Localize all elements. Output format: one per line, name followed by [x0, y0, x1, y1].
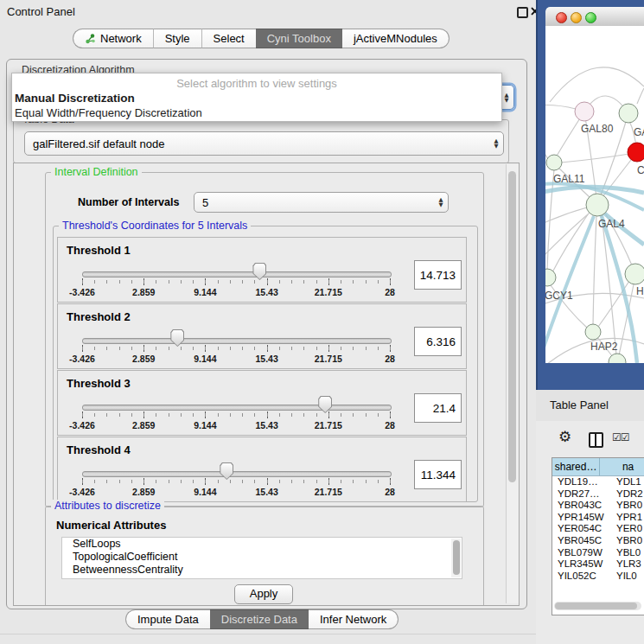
checkboxes-icon[interactable]: ☑☑	[612, 431, 629, 443]
threshold-value-field[interactable]: 11.344	[414, 460, 462, 489]
tab-impute-data[interactable]: Impute Data	[125, 609, 210, 629]
table-data-group: Table Data galFiltered.sif default node …	[13, 119, 509, 163]
cell-shared-name[interactable]: YBR043C	[552, 500, 611, 512]
network-edge	[550, 67, 644, 102]
cell-name[interactable]: YER0	[611, 523, 642, 535]
algorithm-dropdown-popup: Select algorithm to view settings Manual…	[11, 73, 502, 122]
tab-select[interactable]: Select	[201, 29, 256, 48]
column-header-shared[interactable]: shared…	[552, 458, 600, 475]
dropdown-option-manual[interactable]: Manual Discretization	[12, 91, 501, 105]
cell-shared-name[interactable]: YLR345W	[552, 558, 611, 571]
attributes-listbox[interactable]: SelfLoopsTopologicalCoefficientBetweenne…	[61, 537, 462, 579]
slider-thumb[interactable]	[170, 329, 184, 347]
slider-thumb[interactable]	[252, 263, 266, 280]
minimize-traffic-light-icon[interactable]	[571, 12, 582, 23]
cell-name[interactable]: YDL1	[611, 476, 641, 488]
slider-thumb[interactable]	[220, 462, 233, 480]
dropdown-placeholder-item[interactable]: Select algorithm to view settings	[12, 73, 501, 91]
network-node[interactable]	[619, 104, 638, 123]
tick-label: 2.859	[132, 487, 155, 497]
table-row[interactable]: YBR045CYBR0	[552, 535, 644, 547]
cell-shared-name[interactable]: YDL19…	[552, 476, 611, 488]
network-node[interactable]	[546, 155, 562, 170]
threshold-panel: Threshold 1-3.4262.8599.14415.4321.71528…	[57, 237, 467, 303]
table-panel-header: Table Panel	[536, 390, 644, 422]
slider-track[interactable]	[82, 338, 392, 344]
threshold-value-field[interactable]: 21.4	[414, 393, 462, 423]
cell-shared-name[interactable]: YER054C	[552, 523, 611, 535]
gear-icon[interactable]: ⚙	[558, 428, 571, 445]
tab-jactivemnodules[interactable]: jActiveMNodules	[342, 29, 450, 48]
tab-infer-network[interactable]: Infer Network	[309, 609, 399, 629]
cell-shared-name[interactable]: YBR045C	[552, 535, 611, 547]
tab-discretize-data[interactable]: Discretize Data	[210, 609, 309, 629]
attributes-scrollbar[interactable]	[451, 539, 461, 577]
zoom-traffic-light-icon[interactable]	[585, 12, 596, 23]
table-row[interactable]: YDR27…YDR2	[552, 488, 644, 501]
apply-button[interactable]: Apply	[234, 584, 293, 604]
threshold-value-field[interactable]: 6.316	[414, 327, 462, 356]
column-header-name[interactable]: na	[600, 458, 644, 475]
scrollbar-thumb[interactable]	[508, 171, 516, 482]
table-row[interactable]: YBL079WYBL0	[552, 547, 644, 559]
number-of-intervals-spinner[interactable]: 5 ▲▼	[194, 192, 449, 213]
float-window-icon[interactable]	[517, 7, 528, 18]
settings-scrollbar[interactable]	[506, 164, 519, 603]
cell-shared-name[interactable]: YDR27…	[552, 488, 611, 501]
table-row[interactable]: YDL19…YDL1	[552, 476, 644, 488]
network-node[interactable]	[585, 324, 601, 340]
table-row[interactable]: YER054CYER0	[552, 523, 644, 535]
threshold-panel: Threshold 4-3.4262.8599.14415.4321.71528…	[57, 437, 467, 502]
slider-track[interactable]	[82, 271, 392, 277]
network-node[interactable]	[625, 264, 644, 284]
top-tabbar: Network Style Select Cyni Toolbox jActiv…	[73, 29, 450, 48]
slider-minor-ticks	[82, 413, 391, 417]
tick-label: 21.715	[315, 287, 342, 297]
network-node[interactable]	[628, 143, 644, 162]
slider-track[interactable]	[82, 471, 392, 477]
table-row[interactable]: YIL052CYIL0	[552, 571, 644, 579]
tab-network[interactable]: Network	[73, 29, 153, 48]
cell-shared-name[interactable]: YBL079W	[552, 547, 611, 559]
cell-name[interactable]: YDR2	[611, 488, 643, 501]
spinner-arrows-icon[interactable]: ▲▼	[434, 197, 448, 207]
tick-label: 28	[385, 487, 395, 497]
table-row[interactable]: YBR043CYBR0	[552, 500, 644, 512]
network-node[interactable]	[575, 102, 594, 121]
tick-label: 21.715	[315, 420, 342, 430]
slider-minor-ticks	[82, 280, 391, 284]
combobox-arrows-icon[interactable]: ▲▼	[489, 138, 503, 149]
node-table: shared… na YDL19…YDL1YDR27…YDR2YBR043CYB…	[552, 457, 644, 615]
cell-shared-name[interactable]: YIL052C	[552, 571, 611, 579]
network-canvas[interactable]: GAL80GACGAL11GAL4GCY1HHAP2	[545, 26, 644, 363]
network-node[interactable]	[545, 269, 556, 286]
tab-style[interactable]: Style	[153, 29, 201, 48]
cell-name[interactable]: YPR1	[611, 512, 642, 524]
attribute-list-item[interactable]: TopologicalCoefficient	[62, 551, 462, 564]
table-row[interactable]: YPR145WYPR1	[552, 512, 644, 524]
tick-label: 28	[385, 420, 395, 430]
cell-name[interactable]: YBR0	[611, 500, 642, 512]
table-hscrollbar[interactable]	[554, 602, 641, 610]
cell-shared-name[interactable]: YPR145W	[552, 512, 611, 524]
dropdown-option-equal-width[interactable]: Equal Width/Frequency Discretization	[12, 105, 501, 120]
tab-cyni-toolbox[interactable]: Cyni Toolbox	[256, 29, 342, 48]
table-data-combobox[interactable]: galFiltered.sif default node ▲▼	[24, 131, 504, 156]
cell-name[interactable]: YBR0	[611, 535, 642, 547]
split-columns-icon[interactable]	[589, 432, 603, 448]
cell-name[interactable]: YBL0	[611, 547, 641, 559]
table-row[interactable]: YLR345WYLR3	[552, 558, 644, 571]
network-node[interactable]	[586, 194, 609, 216]
intervals-value: 5	[194, 196, 434, 209]
cell-name[interactable]: YLR3	[611, 558, 641, 571]
tab-label: Network	[100, 32, 142, 45]
attribute-list-item[interactable]: SelfLoops	[62, 538, 462, 551]
threshold-value-field[interactable]: 14.713	[414, 260, 462, 290]
attribute-list-item[interactable]: BetweennessCentrality	[62, 564, 462, 577]
slider-thumb[interactable]	[318, 396, 332, 413]
node-label: H	[636, 285, 644, 297]
cell-name[interactable]: YIL0	[611, 571, 637, 579]
slider-track[interactable]	[82, 405, 392, 411]
scrollbar-thumb[interactable]	[555, 603, 637, 609]
close-traffic-light-icon[interactable]	[556, 12, 567, 23]
